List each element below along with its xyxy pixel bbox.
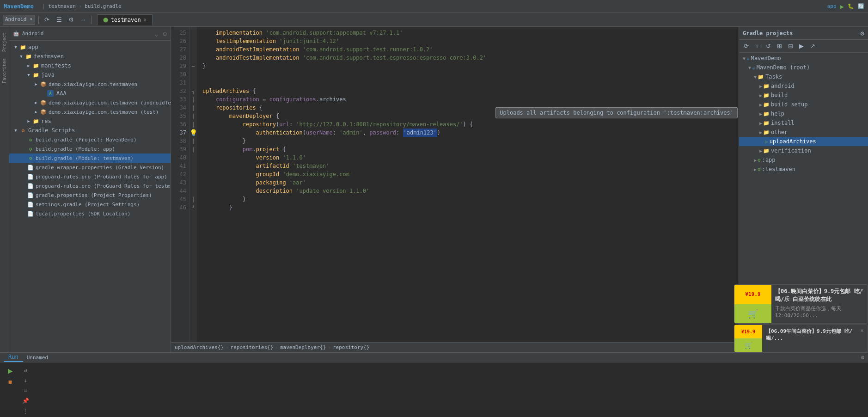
debug-btn[interactable]: 🐛 — [848, 3, 854, 9]
build-tasks-arrow[interactable]: ▶ — [759, 93, 762, 98]
tree-app[interactable]: ▼ 📁 app — [9, 43, 171, 52]
other-label: other — [771, 129, 788, 135]
gradle-item-mavDemo[interactable]: ▼ ☕ MavenDemo — [739, 54, 868, 63]
run-btn[interactable]: ▶ — [840, 3, 844, 10]
toolbar-btn-4[interactable]: → — [78, 15, 88, 25]
sync-project-btn[interactable]: ⟳ — [42, 15, 52, 25]
testmaven-proj-arrow[interactable]: ▶ — [754, 167, 757, 172]
tree-build-gradle-testmaven[interactable]: ⚙ build.gradle (Module: testmaven) — [9, 153, 171, 163]
tree-res[interactable]: ▶ 📁 res — [9, 117, 171, 126]
install-arrow[interactable]: ▶ — [759, 121, 762, 126]
settings-icon[interactable]: ⚙ — [163, 30, 167, 37]
gradle-item-uploadArchives[interactable]: ▷ uploadArchives — [739, 137, 868, 146]
toolbar-btn-2[interactable]: ☰ — [54, 15, 64, 25]
tree-aaa[interactable]: A AAA — [9, 89, 171, 98]
tree-pkg-main[interactable]: ▶ 📦 demo.xiaxiayige.com.testmaven — [9, 80, 171, 89]
tree-build-gradle-app[interactable]: ⚙ build.gradle (Module: app) — [9, 144, 171, 153]
gradle-item-other[interactable]: ▶ 📁 other — [739, 128, 868, 137]
lightbulb-37[interactable]: 💡 — [189, 129, 197, 137]
gradle-run-btn[interactable]: ▶ — [796, 41, 807, 51]
code-content[interactable]: implementation 'com.android.support:appc… — [197, 27, 739, 342]
build-setup-icon: 📁 — [763, 102, 770, 108]
run-tab[interactable]: Run — [4, 353, 23, 362]
tree-gradle-props[interactable]: 📄 gradle.properties (Project Properties) — [9, 190, 171, 200]
bg-proj-icon: ⚙ — [27, 136, 34, 143]
fold-29[interactable]: ─ — [189, 62, 197, 70]
mavDemo-arrow[interactable]: ▼ — [743, 56, 746, 61]
app-folder-icon: 📁 — [19, 43, 27, 51]
tree-local-props[interactable]: 📄 local.properties (SDK Location) — [9, 209, 171, 218]
notif-1-thumb: ¥19.9 🛒 — [734, 285, 771, 323]
editor-tab-testmaven[interactable]: ⬤ testmaven × — [97, 14, 153, 25]
tree-build-gradle-project[interactable]: ⚙ build.gradle (Project: MavenDemo) — [9, 135, 171, 144]
tree-gradle-scripts[interactable]: ▼ ⚙ Gradle Scripts — [9, 126, 171, 135]
run-more-icon[interactable]: ⋮ — [21, 407, 30, 415]
gradle-sync-btn[interactable]: ↺ — [763, 41, 773, 51]
tree-manifests[interactable]: ▶ 📁 manifests — [9, 61, 171, 70]
run-step-icon[interactable]: ↓ — [21, 376, 30, 385]
gradle-item-mavDemoRoot[interactable]: ▼ ☕ MavenDemo (root) — [739, 63, 868, 72]
gradle-item-app-proj[interactable]: ▶ ⚙ :app — [739, 155, 868, 165]
notif-1-action-btn[interactable]: ⬤ 马上去看看 — [775, 323, 815, 324]
mavDemo-icon: ☕ — [746, 55, 750, 61]
bg-app-label: build.gradle (Module: app) — [36, 146, 115, 152]
tree-proguard-app[interactable]: 📄 proguard-rules.pro (ProGuard Rules for… — [9, 172, 171, 181]
run-scroll-icon[interactable]: ≡ — [21, 386, 30, 395]
breadcrumb-4[interactable]: repository{} — [333, 344, 369, 350]
sidebar-tree: ▼ 📁 app ▼ 📁 testmaven ▶ 📁 manifests — [9, 41, 171, 352]
notification-1: ¥19.9 🛒 【06.晚间白菜价】9.9元包邮 吃/喝/乐 白菜价统统在此 千… — [734, 284, 868, 324]
project-tab[interactable]: Project — [2, 31, 7, 54]
breadcrumb-3[interactable]: mavenDeployer{} — [280, 344, 326, 350]
tree-testmaven[interactable]: ▼ 📁 testmaven — [9, 52, 171, 61]
other-arrow[interactable]: ▶ — [759, 130, 762, 135]
tasks-arrow[interactable]: ▼ — [754, 74, 757, 80]
gradle-item-tasks[interactable]: ▼ 📁 Tasks — [739, 72, 868, 81]
tree-java[interactable]: ▼ 📁 java — [9, 70, 171, 80]
sync-btn[interactable]: 🔄 — [858, 3, 864, 9]
gradle-add-btn[interactable]: + — [752, 41, 762, 51]
code-line-44: description 'update version 1.1.0' — [202, 187, 739, 195]
code-line-46: } — [202, 203, 739, 212]
mavDemoRoot-arrow[interactable]: ▼ — [748, 65, 751, 70]
fold-32[interactable]: ┐ — [189, 87, 197, 95]
tab-close-btn[interactable]: × — [144, 17, 147, 22]
gradle-expand-btn[interactable]: ⊞ — [774, 41, 784, 51]
bottom-settings-btn[interactable]: ⚙ — [861, 354, 864, 361]
notif-2-close[interactable]: × — [858, 327, 866, 334]
notif-1-close[interactable]: × — [858, 287, 866, 294]
run-stop-btn[interactable]: ■ — [6, 377, 15, 386]
tree-pkg-android[interactable]: ▶ 📦 demo.xiaxiayige.com.testmaven (andro… — [9, 98, 171, 107]
gradle-refresh-btn[interactable]: ⟳ — [741, 41, 751, 51]
breadcrumb-2[interactable]: repositories{} — [231, 344, 274, 350]
tree-proguard-testmaven[interactable]: 📄 proguard-rules.pro (ProGuard Rules for… — [9, 181, 171, 190]
tree-settings-gradle[interactable]: 📄 settings.gradle (Project Settings) — [9, 200, 171, 209]
gradle-settings-icon[interactable]: ⚙ — [861, 30, 864, 37]
gradle-item-android[interactable]: ▶ 📁 android — [739, 81, 868, 91]
gradle-item-verification[interactable]: ▶ 📁 verification — [739, 146, 868, 155]
run-play-btn[interactable]: ▶ — [6, 366, 15, 375]
android-tasks-arrow[interactable]: ▶ — [759, 84, 762, 89]
help-tasks-arrow[interactable]: ▶ — [759, 111, 762, 117]
run-pin-icon[interactable]: 📌 — [21, 397, 30, 405]
tree-pkg-test[interactable]: ▶ 📦 demo.xiaxiayige.com.testmaven (test) — [9, 107, 171, 117]
android-dropdown[interactable]: Android ▾ — [3, 15, 35, 25]
lp-label: local.properties (SDK Location) — [36, 211, 130, 217]
verif-arrow[interactable]: ▶ — [759, 148, 762, 153]
gradle-item-testmaven-proj[interactable]: ▶ ⚙ :testmaven — [739, 165, 868, 174]
breadcrumb-1[interactable]: uploadArchives{} — [175, 344, 224, 350]
favorites-tab[interactable]: Favorites — [2, 56, 7, 85]
gradle-open-btn[interactable]: ↗ — [807, 41, 818, 51]
app-proj-arrow[interactable]: ▶ — [754, 158, 757, 163]
run-rerun-icon[interactable]: ↺ — [21, 366, 30, 374]
gradle-item-install[interactable]: ▶ 📁 install — [739, 118, 868, 128]
toolbar-btn-3[interactable]: ⚙ — [66, 15, 76, 25]
dropdown-icon[interactable]: ⌄ — [154, 30, 158, 37]
gradle-item-help[interactable]: ▶ 📁 help — [739, 109, 868, 118]
tooltip-text: Uploads all artifacts belonging to confi… — [500, 110, 734, 116]
build-setup-arrow[interactable]: ▶ — [759, 102, 762, 107]
gradle-collapse-btn[interactable]: ⊟ — [785, 41, 795, 51]
tree-gradle-wrapper[interactable]: 📄 gradle-wrapper.properties (Gradle Vers… — [9, 163, 171, 172]
ln-28: 28 — [171, 54, 189, 62]
gradle-item-build[interactable]: ▶ 📁 build — [739, 91, 868, 100]
gradle-item-build-setup[interactable]: ▶ 📁 build setup — [739, 100, 868, 109]
